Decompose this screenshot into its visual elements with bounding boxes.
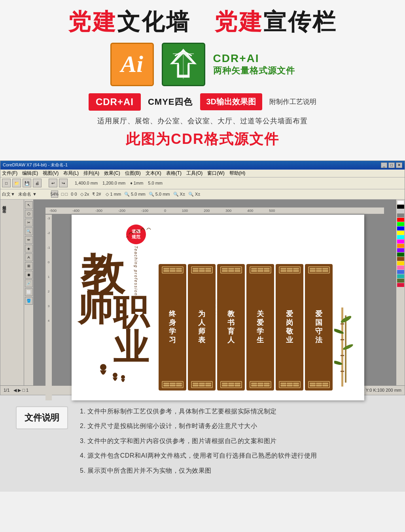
char-ye: 业: [113, 330, 149, 365]
select-tool[interactable]: ↖: [25, 201, 33, 209]
color-white[interactable]: [397, 200, 404, 204]
title-dangqian-1: 党建: [68, 9, 117, 34]
char-zhi: 职: [113, 294, 149, 330]
color-royalblue[interactable]: [397, 270, 404, 274]
panel-char-6-4: 法: [315, 336, 322, 344]
format-line2: 两种矢量格式源文件: [213, 65, 295, 77]
panel-deco-bot-3: [220, 381, 242, 388]
note-item-3: 3. 文件中的文字和图片内容仅供参考，图片请根据自己的文案和图片: [80, 436, 389, 446]
canvas-area: -500-400-300-200-1000100200300400500 -3-…: [34, 200, 396, 385]
cdr-toolbar[interactable]: □ 📁 💾 🖨 ↩ ↪ 1,400.0 mm 1,200.0 mm ♦ 1mm …: [0, 177, 405, 189]
panel-char-3-1: 教: [227, 310, 235, 318]
panel-char-3-4: 人: [227, 336, 235, 344]
panel-char-2-4: 表: [198, 336, 205, 344]
title-xuanchuanlan: 宣传栏: [263, 9, 337, 34]
menu-tools[interactable]: 工具(O): [186, 170, 202, 177]
menu-bitmap[interactable]: 位图(B): [125, 170, 141, 177]
window-controls[interactable]: _ □ ✕: [381, 162, 402, 168]
format-text: CDR+AI 两种矢量格式源文件: [213, 52, 295, 77]
color-gold[interactable]: [397, 261, 404, 265]
panel-char-6-1: 爱: [315, 310, 322, 318]
maximize-btn[interactable]: □: [388, 162, 395, 168]
zoom-tool[interactable]: 🔍: [25, 227, 33, 235]
close-btn[interactable]: ✕: [396, 162, 402, 168]
zhiye-chars: 职 业: [113, 294, 149, 365]
open-btn[interactable]: 📁: [12, 179, 21, 187]
top-section: 党建文化墙 党建宣传栏 Ai: [0, 0, 405, 160]
cdr-titlebar: CoreDRAW X7 (64-bit) - 未命名-1 _ □ ✕: [0, 161, 405, 170]
svg-rect-13: [341, 339, 344, 340]
panel-deco-top-3: [220, 266, 242, 274]
panel-deco-top-1: [162, 266, 184, 274]
color-gray1[interactable]: [397, 209, 404, 213]
master-label: 未命名-1: [1, 206, 7, 209]
text-tool[interactable]: A: [25, 253, 33, 261]
menu-window[interactable]: 窗口(W): [207, 170, 224, 177]
desc-text1: 适用展厅、展馆、办公室、会议室、大厅、过道等公共墙面布置: [16, 116, 389, 126]
new-btn[interactable]: □: [2, 179, 11, 187]
panel-2: 为 人 师 表: [188, 264, 216, 391]
color-cyan[interactable]: [397, 235, 404, 239]
freehand-tool[interactable]: ✏: [25, 236, 33, 244]
color-purple[interactable]: [397, 248, 404, 252]
minimize-btn[interactable]: _: [381, 162, 387, 168]
color-yellow[interactable]: [397, 231, 404, 235]
table-tool[interactable]: ⊞: [25, 262, 33, 270]
menu-effect[interactable]: 效果(C): [104, 170, 120, 177]
save-btn[interactable]: 💾: [23, 179, 31, 187]
color-darkgreen[interactable]: [397, 253, 404, 257]
color-orange[interactable]: [397, 244, 404, 248]
fill-tool[interactable]: 🪣: [25, 297, 33, 305]
outline-tool[interactable]: ⬜: [25, 288, 33, 296]
color-gray2[interactable]: [397, 213, 404, 217]
menu-table[interactable]: 表格(T): [166, 170, 182, 177]
panel-text-2: 为 人 师 表: [198, 276, 205, 379]
color-brown[interactable]: [397, 257, 404, 261]
print-btn[interactable]: 🖨: [33, 179, 42, 187]
panel-1: 终 身 学 习: [159, 264, 186, 391]
zoom-percent[interactable]: 54%: [51, 191, 58, 198]
tools-panel[interactable]: ↖ ⬡ ✂ 🔍 ✏ ◈ A ⊞ ◉ 💉 ⬜ 🪣: [24, 200, 34, 385]
color-black[interactable]: [397, 205, 404, 209]
panel-char-5-2: 岗: [286, 319, 293, 327]
shape-tool[interactable]: ⬡: [25, 210, 33, 218]
interactive-tool[interactable]: ◉: [25, 271, 33, 279]
color-blue[interactable]: [397, 226, 404, 230]
color-pink[interactable]: [397, 266, 404, 270]
smart-fill[interactable]: ◈: [25, 245, 33, 253]
panel-char-4-3: 学: [257, 328, 264, 336]
panel-char-2-3: 师: [198, 328, 205, 336]
color-panel[interactable]: [396, 200, 405, 385]
english-text: Teaching profession: [134, 246, 138, 296]
menu-view[interactable]: 视图(V): [43, 170, 59, 177]
panel-char-1-3: 学: [169, 328, 176, 336]
menu-edit[interactable]: 编辑(E): [22, 170, 38, 177]
color-magenta[interactable]: [397, 240, 404, 243]
cdr-toolbar-2[interactable]: 白文▼ 未命名 ▼ 54% □ □ 0 0 ◇ 2x ₹ 2# ◇ 1 mm 🔍…: [0, 189, 405, 200]
crop-tool[interactable]: ✂: [25, 219, 33, 226]
page-nav[interactable]: ◀ ▶ □ 1: [13, 388, 28, 393]
color-teal[interactable]: [397, 274, 404, 278]
panel-text-5: 爱 岗 敬 业: [286, 276, 293, 379]
color-green[interactable]: [397, 222, 404, 226]
redo-btn[interactable]: ↪: [59, 179, 68, 187]
menu-layout[interactable]: 布局(L): [63, 170, 79, 177]
menu-arrange[interactable]: 排列(A): [83, 170, 99, 177]
menu-file[interactable]: 文件(F): [2, 170, 17, 177]
cdr-menubar[interactable]: 文件(F) 编辑(E) 视图(V) 布局(L) 排列(A) 效果(C) 位图(B…: [0, 170, 405, 177]
undo-btn[interactable]: ↩: [49, 179, 57, 187]
color-olive[interactable]: [397, 279, 404, 283]
panel-deco-top-2: [191, 266, 213, 274]
canvas-with-ruler: -3-2-101234 创图网: [45, 215, 384, 400]
main-title: 党建文化墙 党建宣传栏: [16, 8, 389, 36]
menu-help[interactable]: 帮助(H): [229, 170, 246, 177]
eyedrop-tool[interactable]: 💉: [25, 279, 33, 287]
color-red[interactable]: [397, 218, 404, 222]
left-design: 教 道德规范 Teaching profession 师 职: [78, 224, 149, 391]
panel-deco-top-4: [250, 266, 271, 274]
title-dangqian-2: 党建: [214, 9, 263, 34]
panel-char-5-3: 敬: [286, 328, 293, 336]
menu-text[interactable]: 文本(X): [146, 170, 161, 177]
color-crimson[interactable]: [397, 283, 404, 287]
ruler-top: -500-400-300-200-1000100200300400500: [45, 208, 384, 214]
